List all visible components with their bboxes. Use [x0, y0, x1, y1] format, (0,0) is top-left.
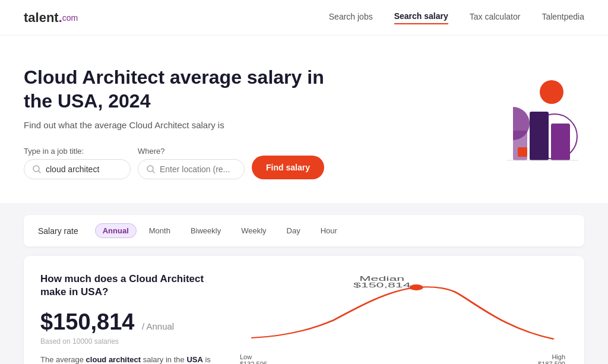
logo-talent-text: talent	[24, 10, 59, 26]
nav-search-jobs[interactable]: Search jobs	[329, 12, 373, 24]
find-salary-button[interactable]: Find salary	[252, 156, 324, 179]
nav-tax-calculator[interactable]: Tax calculator	[470, 12, 521, 24]
salary-rate-label: Salary rate	[38, 226, 78, 236]
logo-com-text: com	[62, 13, 78, 23]
nav-search-salary[interactable]: Search salary	[394, 11, 448, 24]
chart-high: High $187,500	[538, 353, 565, 364]
hero-content: Cloud Architect average salary in the US…	[24, 65, 356, 179]
svg-line-1	[39, 171, 40, 173]
svg-rect-7	[551, 124, 570, 160]
svg-point-11	[410, 284, 423, 290]
salary-left: How much does a Cloud Architect make in …	[40, 273, 218, 364]
location-input-wrap[interactable]	[138, 159, 245, 179]
salary-period: / Annual	[142, 321, 174, 331]
hero-title: Cloud Architect average salary in the US…	[24, 65, 356, 113]
rate-hour-button[interactable]: Hour	[313, 223, 345, 238]
svg-rect-6	[530, 112, 549, 160]
chart-low-label: Low	[240, 353, 267, 360]
location-input[interactable]	[160, 164, 236, 174]
chart-low: Low $132,506	[240, 353, 267, 364]
salary-rate-bar: Salary rate Annual Month Biweekly Weekly…	[24, 215, 584, 246]
main-nav: Search jobs Search salary Tax calculator…	[329, 11, 584, 24]
svg-line-3	[153, 171, 154, 173]
search-form: Type in a job title: Where?	[24, 147, 356, 179]
chart-high-value: $187,500	[538, 360, 565, 364]
salary-chart: Median $150,814 Low $132,506 High $187,5…	[238, 273, 568, 364]
salary-card: How much does a Cloud Architect make in …	[24, 256, 584, 364]
nav-talentpedia[interactable]: Talentpedia	[542, 12, 584, 24]
content-section: Salary rate Annual Month Biweekly Weekly…	[0, 203, 608, 364]
salary-amount: $150,814	[40, 309, 135, 334]
rate-weekly-button[interactable]: Weekly	[233, 223, 274, 238]
location-label: Where?	[138, 147, 245, 156]
chart-svg: Median $150,814	[238, 273, 568, 350]
salary-amount-row: $150,814 / Annual	[40, 309, 218, 335]
header: talent.com Search jobs Search salary Tax…	[0, 0, 608, 36]
hero-subtitle: Find out what the average Cloud Architec…	[24, 120, 356, 130]
job-label: Type in a job title:	[24, 147, 131, 156]
svg-text:Median: Median	[359, 276, 404, 282]
content-inner: Salary rate Annual Month Biweekly Weekly…	[24, 215, 584, 364]
location-search-field: Where?	[138, 147, 245, 179]
job-search-icon	[33, 165, 41, 173]
hero-section: Cloud Architect average salary in the US…	[0, 36, 608, 203]
illustration-svg	[454, 59, 584, 166]
rate-annual-button[interactable]: Annual	[95, 223, 137, 238]
chart-low-value: $132,506	[240, 360, 267, 364]
rate-month-button[interactable]: Month	[141, 223, 178, 238]
chart-container: Median $150,814 Low $132,506 High $187,5…	[238, 273, 568, 350]
job-input-wrap[interactable]	[24, 159, 131, 179]
salary-question: How much does a Cloud Architect make in …	[40, 273, 218, 299]
job-search-field: Type in a job title:	[24, 147, 131, 179]
chart-high-label: High	[538, 353, 565, 360]
svg-rect-9	[518, 147, 527, 157]
location-search-icon	[147, 165, 155, 173]
rate-options: Annual Month Biweekly Weekly Day Hour	[95, 223, 345, 238]
salary-based-on: Based on 10000 salaries	[40, 337, 218, 346]
rate-biweekly-button[interactable]: Biweekly	[183, 223, 229, 238]
logo[interactable]: talent.com	[24, 10, 78, 26]
rate-day-button[interactable]: Day	[279, 223, 308, 238]
hero-illustration	[454, 59, 584, 166]
svg-point-5	[540, 80, 563, 104]
job-input[interactable]	[46, 164, 122, 174]
svg-text:$150,814: $150,814	[353, 282, 411, 289]
salary-description: The average cloud architect salary in th…	[40, 354, 218, 364]
